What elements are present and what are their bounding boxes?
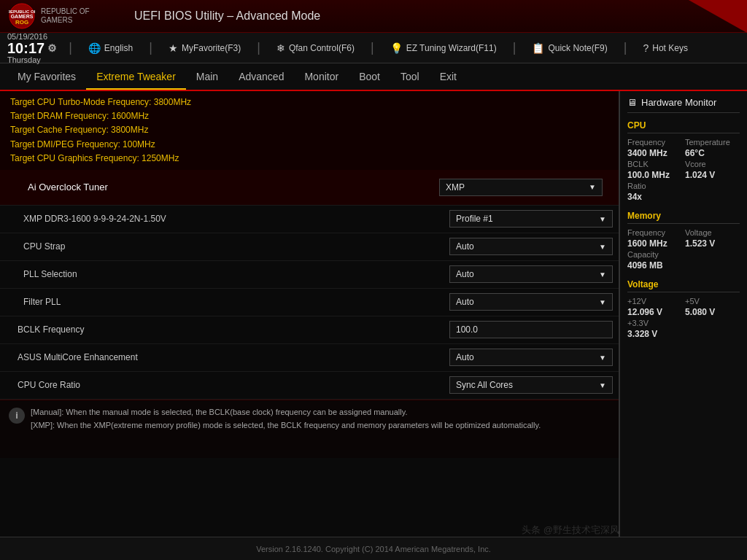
nav-item-monitor[interactable]: Monitor [294,65,349,88]
lightbulb-icon: 💡 [390,42,403,54]
monitor-icon: 🖥 [627,97,637,108]
nav-item-tool[interactable]: Tool [390,65,430,88]
info-icon: i [9,408,25,424]
logo-text: REPUBLIC OF GAMERS [41,7,90,25]
cpu-bclk-label: BCLK [627,160,682,168]
cpu-ratio-label: Ratio [627,182,682,190]
v33-label: +3.3V [627,319,682,327]
ez-label: EZ Tuning Wizard(F11) [406,43,497,53]
hw-voltage-grid: +12V +5V 12.096 V 5.080 V +3.3V 3.328 V [627,297,740,339]
setting-row-xmp-ddr3: XMP DDR3-1600 9-9-9-24-2N-1.50V Profile … [0,206,619,233]
nav-item-extreme-tweaker[interactable]: Extreme Tweaker [86,65,186,90]
language-button[interactable]: 🌐 English [84,41,137,55]
mem-cap-value: 4096 MB [627,260,682,271]
v12-value: 12.096 V [627,307,682,317]
cpu-core-ratio-select[interactable]: Sync All Cores ▼ [449,376,613,394]
day-label: Thursday [7,55,41,64]
fan-control-button[interactable]: ❄ Qfan Control(F6) [272,41,359,55]
v12-label: +12V [627,297,682,306]
pll-selection-label: PLL Selection [0,265,444,284]
nav-item-main[interactable]: Main [186,65,228,88]
mem-volt-value: 1.523 V [685,238,740,249]
help-text: [Manual]: When the manual mode is select… [31,406,541,452]
hw-memory-grid: Frequency Voltage 1600 MHz 1.523 V Capac… [627,228,740,271]
favorites-label: MyFavorite(F3) [182,43,241,53]
quick-note-button[interactable]: 📋 Quick Note(F9) [527,41,611,55]
hw-section-cpu: CPU Frequency Temperature 3400 MHz 66°C … [627,120,740,202]
cpu-freq-label: Frequency [627,138,682,147]
cpu-strap-label: CPU Strap [0,237,444,256]
cpu-vcore-label: Vcore [685,160,740,168]
cpu-strap-select[interactable]: Auto ▼ [449,238,613,255]
xmp-ddr3-select[interactable]: Profile #1 ▼ [449,210,613,228]
ai-overclock-value: XMP ▼ [433,176,608,199]
pll-selection-value: Auto ▼ [444,262,619,286]
nav-item-my-favorites[interactable]: My Favorites [7,65,86,88]
globe-icon: 🌐 [88,42,101,54]
separator2: | [149,40,152,55]
multicore-value: Auto ▼ [444,346,619,369]
cpu-bclk-value: 100.0 MHz [627,170,682,180]
setting-row-multicore: ASUS MultiCore Enhancement Auto ▼ [0,344,619,372]
main-content: Target CPU Turbo-Mode Frequency: 3800MHz… [0,91,747,537]
chevron-down-icon: ▼ [599,298,606,306]
left-panel: Target CPU Turbo-Mode Frequency: 3800MHz… [0,91,619,537]
info-line-1: Target CPU Turbo-Mode Frequency: 3800MHz [10,96,608,109]
fan-icon: ❄ [276,42,285,54]
mem-cap-label: Capacity [627,250,682,259]
toolbar: 05/19/2016 10:17 ⚙ Thursday | 🌐 English … [0,33,747,63]
svg-text:ROG: ROG [15,19,28,26]
info-line-3: Target Cache Frequency: 3800MHz [10,123,608,137]
nav-item-boot[interactable]: Boot [349,65,390,88]
favorites-button[interactable]: ★ MyFavorite(F3) [164,41,245,55]
settings-section: Ai Overclock Tuner XMP ▼ XMP DDR3-1600 9… [0,170,619,400]
fan-label: Qfan Control(F6) [289,43,355,53]
v33-value: 3.328 V [627,329,682,339]
hw-section-memory: Memory Frequency Voltage 1600 MHz 1.523 … [627,211,740,271]
cpu-temp-label: Temperature [685,138,740,147]
cpu-ratio-value: 34x [627,192,682,202]
nav-item-advanced[interactable]: Advanced [228,65,294,88]
footer-bar: Version 2.16.1240. Copyright (C) 2014 Am… [0,537,747,560]
setting-row-bclk-frequency: BCLK Frequency [0,316,619,344]
pll-selection-select[interactable]: Auto ▼ [449,265,613,283]
language-label: English [104,43,133,53]
mem-freq-value: 1600 MHz [627,238,682,249]
header-bar: REPUBLIC OF GAMERS ROG REPUBLIC OF GAMER… [0,0,747,33]
time-label: 10:17 [7,41,44,55]
chevron-down-icon: ▼ [599,243,606,251]
nav-item-exit[interactable]: Exit [430,65,467,88]
mem-freq-label: Frequency [627,228,682,237]
rog-logo-icon: REPUBLIC OF GAMERS ROG [9,3,35,29]
filter-pll-select[interactable]: Auto ▼ [449,293,613,311]
ai-overclock-select[interactable]: XMP ▼ [439,179,603,196]
chevron-down-icon: ▼ [589,183,596,191]
hw-cpu-grid: Frequency Temperature 3400 MHz 66°C BCLK… [627,138,740,202]
info-line-5: Target CPU Graphics Frequency: 1250MHz [10,152,608,166]
bios-title: UEFI BIOS Utility – Advanced Mode [134,9,320,23]
ez-tuning-button[interactable]: 💡 EZ Tuning Wizard(F11) [386,41,501,55]
info-line-2: Target DRAM Frequency: 1600MHz [10,109,608,123]
hotkeys-button[interactable]: ? Hot Keys [638,41,692,55]
chevron-down-icon: ▼ [599,354,606,362]
separator5: | [513,40,516,55]
cpu-temp-value: 66°C [685,148,740,158]
cpu-vcore-value: 1.024 V [685,170,740,180]
chevron-down-icon: ▼ [599,271,606,279]
bclk-frequency-input[interactable] [449,321,613,338]
right-panel: 🖥 Hardware Monitor CPU Frequency Tempera… [619,91,747,537]
hw-section-voltage: Voltage +12V +5V 12.096 V 5.080 V +3.3V … [627,279,740,339]
help-bar: i [Manual]: When the manual mode is sele… [0,400,619,458]
chevron-down-icon: ▼ [599,215,606,223]
datetime-display: 05/19/2016 10:17 ⚙ Thursday [7,32,57,64]
cpu-strap-value: Auto ▼ [444,235,619,258]
date-label: 05/19/2016 [7,32,47,41]
corner-decor [689,0,747,33]
setting-row-cpu-core-ratio: CPU Core Ratio Sync All Cores ▼ [0,372,619,400]
multicore-select[interactable]: Auto ▼ [449,349,613,366]
bclk-frequency-label: BCLK Frequency [0,320,444,339]
note-label: Quick Note(F9) [548,43,607,53]
hw-cpu-title: CPU [627,120,740,133]
gear-icon[interactable]: ⚙ [47,43,57,53]
mem-volt-label: Voltage [685,228,740,237]
